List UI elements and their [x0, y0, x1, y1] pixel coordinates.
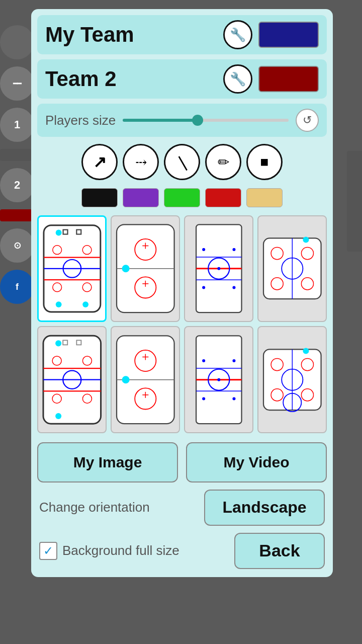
svg-point-40	[303, 237, 309, 243]
team1-row: My Team 🔧	[37, 15, 327, 54]
rink-5[interactable]	[37, 326, 107, 433]
color-black[interactable]	[81, 188, 118, 207]
pencil-tool-button[interactable]: ✏	[205, 144, 241, 180]
svg-point-62	[122, 376, 129, 383]
svg-point-28	[217, 267, 220, 270]
rink-3-svg	[189, 221, 249, 315]
svg-point-51	[55, 413, 61, 419]
change-orientation-label: Change orientation	[39, 500, 150, 515]
slider-thumb[interactable]	[192, 115, 203, 126]
square-tool-button[interactable]: ■	[246, 144, 283, 180]
rinks-grid	[37, 213, 327, 435]
side-circle-6	[0, 209, 32, 221]
svg-point-68	[217, 378, 220, 381]
color-red[interactable]	[205, 188, 241, 207]
team2-name: Team 2	[45, 67, 117, 91]
side-circle-4	[0, 149, 32, 161]
rink-2-svg	[115, 221, 176, 315]
line-tool-button[interactable]: |	[157, 137, 207, 187]
rink-1[interactable]	[37, 215, 107, 322]
svg-point-30	[232, 248, 235, 251]
players-size-label: Players size	[45, 113, 116, 128]
svg-point-10	[55, 301, 61, 307]
rink-2[interactable]	[111, 215, 180, 322]
background-full-size-label[interactable]: ✓ Background full size	[39, 542, 179, 560]
rink-4-svg	[262, 221, 323, 315]
rink-6-svg	[115, 333, 176, 427]
main-dialog: My Team 🔧 Team 2 🔧 Players size ↺ ↗ ⤏ | …	[31, 9, 333, 577]
team2-settings-button[interactable]: 🔧	[223, 64, 252, 94]
orientation-row: Change orientation Landscape	[37, 490, 327, 526]
back-button[interactable]: Back	[234, 533, 325, 569]
color-green[interactable]	[164, 188, 200, 207]
svg-point-70	[232, 359, 235, 362]
side-circle-8: f	[0, 270, 34, 304]
rink-7[interactable]	[184, 326, 253, 433]
svg-point-80	[303, 348, 309, 354]
team1-settings-button[interactable]: 🔧	[223, 20, 252, 49]
color-purple[interactable]	[123, 188, 159, 207]
svg-point-71	[202, 397, 205, 400]
dashed-arrow-tool-button[interactable]: ⤏	[123, 144, 159, 180]
background-full-size-text: Background full size	[62, 543, 179, 558]
side-circle-3: 1	[0, 108, 34, 142]
team2-controls: 🔧	[223, 64, 319, 94]
landscape-button[interactable]: Landscape	[204, 490, 325, 526]
rink-8-svg	[262, 333, 323, 427]
svg-point-22	[122, 265, 129, 273]
players-size-slider[interactable]	[123, 119, 289, 122]
svg-point-32	[232, 286, 235, 289]
right-edge-bar	[347, 151, 362, 252]
side-circle-2: ━━	[0, 66, 34, 101]
rink-5-svg	[42, 333, 103, 427]
svg-point-50	[55, 340, 61, 346]
color-yellow[interactable]	[246, 188, 283, 207]
slider-fill	[123, 119, 197, 122]
side-circle-7: ⊙	[0, 228, 34, 263]
svg-point-31	[202, 286, 205, 289]
side-circle-1	[0, 25, 34, 59]
side-circle-5: 2	[0, 168, 34, 202]
svg-point-11	[82, 301, 88, 307]
svg-point-9	[55, 230, 61, 236]
footer-row: ✓ Background full size Back	[37, 531, 327, 571]
team2-row: Team 2 🔧	[37, 59, 327, 99]
team2-color-swatch[interactable]	[258, 66, 319, 92]
my-video-button[interactable]: My Video	[186, 442, 327, 482]
rink-3[interactable]	[184, 215, 253, 322]
colors-row	[37, 187, 327, 208]
rink-6[interactable]	[111, 326, 180, 433]
arrow-tool-button[interactable]: ↗	[81, 144, 118, 180]
svg-point-29	[202, 248, 205, 251]
side-nav: ━━ 1 2 ⊙ f	[0, 25, 34, 304]
my-image-button[interactable]: My Image	[37, 442, 178, 482]
team1-color-swatch[interactable]	[258, 22, 319, 48]
players-size-row: Players size ↺	[37, 104, 327, 137]
media-buttons-row: My Image My Video	[37, 440, 327, 485]
svg-point-69	[202, 359, 205, 362]
rink-7-svg	[189, 333, 249, 427]
background-full-size-checkbox[interactable]: ✓	[39, 542, 57, 560]
tools-row: ↗ ⤏ | ✏ ■	[37, 142, 327, 182]
rink-4[interactable]	[257, 215, 327, 322]
team1-controls: 🔧	[223, 20, 319, 49]
svg-point-72	[232, 397, 235, 400]
team1-name: My Team	[45, 23, 134, 47]
rink-8[interactable]	[257, 326, 327, 433]
rink-1-svg	[42, 222, 102, 315]
reset-button[interactable]: ↺	[296, 109, 319, 132]
